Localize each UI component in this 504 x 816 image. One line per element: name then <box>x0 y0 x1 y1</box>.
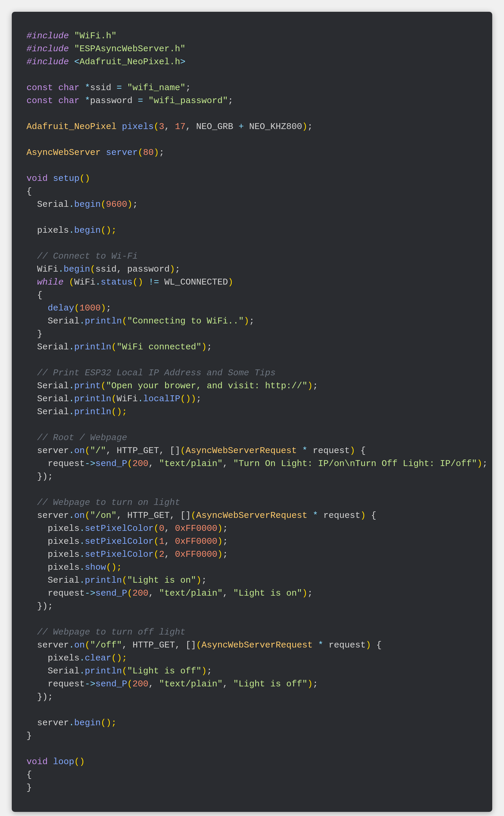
code-line: WiFi.begin(ssid, password); <box>26 264 180 274</box>
code-line: } <box>26 731 32 741</box>
code-line: { <box>26 290 42 300</box>
code-line: server.on("/off", HTTP_GET, [](AsyncWebS… <box>26 640 382 650</box>
code-line: // Webpage to turn off light <box>26 627 185 637</box>
code-line: delay(1000); <box>26 303 111 313</box>
code-line: Serial.print("Open your brower, and visi… <box>26 381 318 391</box>
code-line: pixels.clear(); <box>26 653 127 663</box>
code-line: const char *password = "wifi_password"; <box>26 96 233 106</box>
code-line: pixels.setPixelColor(1, 0xFF0000); <box>26 537 228 547</box>
code-line: pixels.setPixelColor(0, 0xFF0000); <box>26 524 228 534</box>
code-line: Serial.println(); <box>26 407 127 417</box>
code-line: void setup() <box>26 173 90 183</box>
code-line: Serial.println("Connecting to WiFi.."); <box>26 316 254 326</box>
code-line: { <box>26 770 32 780</box>
code-line: request->send_P(200, "text/plain", "Ligh… <box>26 679 318 689</box>
code-line: // Root / Webpage <box>26 433 127 443</box>
code-line: void loop() <box>26 757 85 767</box>
code-line: } <box>26 329 42 339</box>
code-frame: #include "WiFi.h" #include "ESPAsyncWebS… <box>0 0 504 816</box>
code-line: request->send_P(200, "text/plain", "Turn… <box>26 459 488 469</box>
code-line: // Print ESP32 Local IP Address and Some… <box>26 368 276 378</box>
code-line: Adafruit_NeoPixel pixels(3, 17, NEO_GRB … <box>26 122 313 132</box>
code-line: Serial.println(WiFi.localIP()); <box>26 394 201 404</box>
code-line: #include "ESPAsyncWebServer.h" <box>26 44 185 54</box>
code-line: }); <box>26 601 53 611</box>
code-line: Serial.begin(9600); <box>26 199 138 209</box>
code-line: pixels.begin(); <box>26 225 117 235</box>
code-block: #include "WiFi.h" #include "ESPAsyncWebS… <box>12 12 492 812</box>
code-line: Serial.println("Light is off"); <box>26 666 212 676</box>
code-line: // Connect to Wi-Fi <box>26 251 138 261</box>
code-line: AsyncWebServer server(80); <box>26 148 164 158</box>
code-line: server.on("/on", HTTP_GET, [](AsyncWebSe… <box>26 511 376 521</box>
code-line: #include "WiFi.h" <box>26 31 117 41</box>
code-line: // Webpage to turn on light <box>26 498 180 508</box>
code-line: }); <box>26 692 53 702</box>
code-line: { <box>26 186 32 196</box>
code-line: Serial.println("Light is on"); <box>26 575 207 585</box>
code-line: server.begin(); <box>26 718 117 728</box>
code-line: } <box>26 783 32 793</box>
code-line: Serial.println("WiFi connected"); <box>26 342 212 352</box>
code-line: pixels.show(); <box>26 562 122 572</box>
code-line: while (WiFi.status() != WL_CONNECTED) <box>26 277 233 287</box>
code-line: request->send_P(200, "text/plain", "Ligh… <box>26 588 313 598</box>
code-line: pixels.setPixelColor(2, 0xFF0000); <box>26 550 228 560</box>
code-line: }); <box>26 472 53 482</box>
code-line: #include <Adafruit_NeoPixel.h> <box>26 57 185 67</box>
code-line: const char *ssid = "wifi_name"; <box>26 83 191 93</box>
code-line: server.on("/", HTTP_GET, [](AsyncWebServ… <box>26 446 366 456</box>
